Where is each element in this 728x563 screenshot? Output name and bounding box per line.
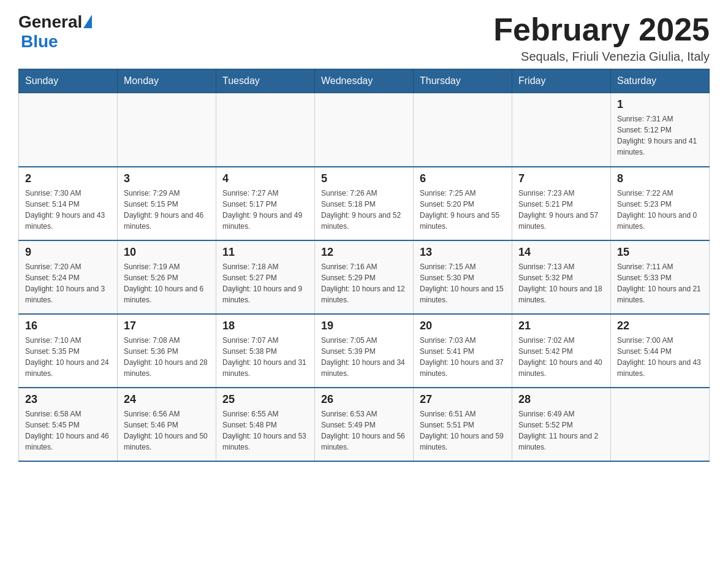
day-info: Sunrise: 7:10 AM Sunset: 5:35 PM Dayligh… [25,335,111,379]
day-number: 3 [124,172,210,185]
day-info: Sunrise: 6:49 AM Sunset: 5:52 PM Dayligh… [518,408,604,453]
day-number: 16 [25,320,111,332]
day-number: 7 [518,172,604,185]
calendar-cell: 6Sunrise: 7:25 AM Sunset: 5:20 PM Daylig… [414,167,512,240]
calendar-cell: 9Sunrise: 7:20 AM Sunset: 5:24 PM Daylig… [19,240,118,314]
day-info: Sunrise: 7:13 AM Sunset: 5:32 PM Dayligh… [518,261,604,305]
day-number: 12 [321,246,407,259]
weekday-header-wednesday: Wednesday [315,69,414,93]
weekday-header-sunday: Sunday [19,69,118,93]
calendar-cell: 14Sunrise: 7:13 AM Sunset: 5:32 PM Dayli… [512,240,611,314]
weekday-header-thursday: Thursday [414,69,512,93]
weekday-header-row: SundayMondayTuesdayWednesdayThursdayFrid… [19,69,710,93]
logo-triangle-icon [83,15,92,28]
day-info: Sunrise: 7:08 AM Sunset: 5:36 PM Dayligh… [124,335,210,379]
day-info: Sunrise: 7:19 AM Sunset: 5:26 PM Dayligh… [124,261,210,305]
calendar-cell: 27Sunrise: 6:51 AM Sunset: 5:51 PM Dayli… [414,388,512,461]
calendar-cell: 22Sunrise: 7:00 AM Sunset: 5:44 PM Dayli… [611,314,710,388]
calendar-cell: 18Sunrise: 7:07 AM Sunset: 5:38 PM Dayli… [216,314,315,388]
calendar-cell: 16Sunrise: 7:10 AM Sunset: 5:35 PM Dayli… [19,314,118,388]
logo-blue-text: Blue [21,32,58,51]
calendar-cell: 25Sunrise: 6:55 AM Sunset: 5:48 PM Dayli… [216,388,315,461]
day-number: 2 [25,172,111,185]
day-info: Sunrise: 7:26 AM Sunset: 5:18 PM Dayligh… [321,188,407,232]
calendar-header: SundayMondayTuesdayWednesdayThursdayFrid… [19,69,710,93]
calendar-week-row: 9Sunrise: 7:20 AM Sunset: 5:24 PM Daylig… [19,240,710,314]
calendar-cell: 8Sunrise: 7:22 AM Sunset: 5:23 PM Daylig… [611,167,710,240]
calendar-cell: 19Sunrise: 7:05 AM Sunset: 5:39 PM Dayli… [315,314,414,388]
title-area: February 2025 Sequals, Friuli Venezia Gi… [493,12,710,64]
day-info: Sunrise: 7:16 AM Sunset: 5:29 PM Dayligh… [321,261,407,305]
calendar-cell [414,93,512,167]
day-info: Sunrise: 7:03 AM Sunset: 5:41 PM Dayligh… [420,335,506,379]
day-info: Sunrise: 7:02 AM Sunset: 5:42 PM Dayligh… [518,335,604,379]
calendar-cell: 28Sunrise: 6:49 AM Sunset: 5:52 PM Dayli… [512,388,611,461]
calendar-week-row: 1Sunrise: 7:31 AM Sunset: 5:12 PM Daylig… [19,93,710,167]
calendar-week-row: 16Sunrise: 7:10 AM Sunset: 5:35 PM Dayli… [19,314,710,388]
day-info: Sunrise: 7:22 AM Sunset: 5:23 PM Dayligh… [617,188,703,232]
day-number: 1 [617,98,703,111]
day-info: Sunrise: 7:23 AM Sunset: 5:21 PM Dayligh… [518,188,604,232]
calendar-cell [315,93,414,167]
calendar-cell [512,93,611,167]
calendar-cell: 17Sunrise: 7:08 AM Sunset: 5:36 PM Dayli… [118,314,216,388]
day-number: 22 [617,320,703,332]
calendar-cell: 20Sunrise: 7:03 AM Sunset: 5:41 PM Dayli… [414,314,512,388]
day-info: Sunrise: 7:27 AM Sunset: 5:17 PM Dayligh… [222,188,308,232]
day-info: Sunrise: 7:25 AM Sunset: 5:20 PM Dayligh… [420,188,506,232]
day-number: 18 [222,320,308,332]
day-info: Sunrise: 7:18 AM Sunset: 5:27 PM Dayligh… [222,261,308,305]
day-number: 21 [518,320,604,332]
day-number: 13 [420,246,506,259]
weekday-header-saturday: Saturday [611,69,710,93]
calendar-body: 1Sunrise: 7:31 AM Sunset: 5:12 PM Daylig… [19,93,710,461]
calendar-cell: 11Sunrise: 7:18 AM Sunset: 5:27 PM Dayli… [216,240,315,314]
day-info: Sunrise: 7:00 AM Sunset: 5:44 PM Dayligh… [617,335,703,379]
day-number: 17 [124,320,210,332]
calendar-cell: 23Sunrise: 6:58 AM Sunset: 5:45 PM Dayli… [19,388,118,461]
logo: General Blue [18,12,92,52]
day-info: Sunrise: 7:15 AM Sunset: 5:30 PM Dayligh… [420,261,506,305]
day-number: 10 [124,246,210,259]
day-number: 24 [124,393,210,406]
day-info: Sunrise: 7:29 AM Sunset: 5:15 PM Dayligh… [124,188,210,232]
calendar-cell: 1Sunrise: 7:31 AM Sunset: 5:12 PM Daylig… [611,93,710,167]
day-info: Sunrise: 6:55 AM Sunset: 5:48 PM Dayligh… [222,408,308,453]
day-info: Sunrise: 6:58 AM Sunset: 5:45 PM Dayligh… [25,408,111,453]
day-number: 6 [420,172,506,185]
calendar-week-row: 23Sunrise: 6:58 AM Sunset: 5:45 PM Dayli… [19,388,710,461]
day-number: 25 [222,393,308,406]
day-info: Sunrise: 7:20 AM Sunset: 5:24 PM Dayligh… [25,261,111,305]
day-number: 20 [420,320,506,332]
day-number: 4 [222,172,308,185]
day-number: 14 [518,246,604,259]
day-number: 28 [518,393,604,406]
day-info: Sunrise: 7:07 AM Sunset: 5:38 PM Dayligh… [222,335,308,379]
weekday-header-monday: Monday [118,69,216,93]
day-number: 23 [25,393,111,406]
calendar-subtitle: Sequals, Friuli Venezia Giulia, Italy [493,50,710,64]
calendar-cell: 2Sunrise: 7:30 AM Sunset: 5:14 PM Daylig… [19,167,118,240]
day-number: 15 [617,246,703,259]
day-info: Sunrise: 6:56 AM Sunset: 5:46 PM Dayligh… [124,408,210,453]
day-number: 5 [321,172,407,185]
day-info: Sunrise: 6:51 AM Sunset: 5:51 PM Dayligh… [420,408,506,453]
calendar-cell: 24Sunrise: 6:56 AM Sunset: 5:46 PM Dayli… [118,388,216,461]
calendar-week-row: 2Sunrise: 7:30 AM Sunset: 5:14 PM Daylig… [19,167,710,240]
day-number: 11 [222,246,308,259]
calendar-cell: 5Sunrise: 7:26 AM Sunset: 5:18 PM Daylig… [315,167,414,240]
calendar-table: SundayMondayTuesdayWednesdayThursdayFrid… [18,69,710,462]
calendar-cell: 13Sunrise: 7:15 AM Sunset: 5:30 PM Dayli… [414,240,512,314]
calendar-cell: 10Sunrise: 7:19 AM Sunset: 5:26 PM Dayli… [118,240,216,314]
calendar-cell: 3Sunrise: 7:29 AM Sunset: 5:15 PM Daylig… [118,167,216,240]
day-number: 26 [321,393,407,406]
weekday-header-tuesday: Tuesday [216,69,315,93]
calendar-cell [611,388,710,461]
day-number: 27 [420,393,506,406]
weekday-header-friday: Friday [512,69,611,93]
calendar-cell: 15Sunrise: 7:11 AM Sunset: 5:33 PM Dayli… [611,240,710,314]
logo-general-text: General [18,12,82,32]
day-info: Sunrise: 7:05 AM Sunset: 5:39 PM Dayligh… [321,335,407,379]
day-number: 9 [25,246,111,259]
day-info: Sunrise: 7:31 AM Sunset: 5:12 PM Dayligh… [617,113,703,158]
